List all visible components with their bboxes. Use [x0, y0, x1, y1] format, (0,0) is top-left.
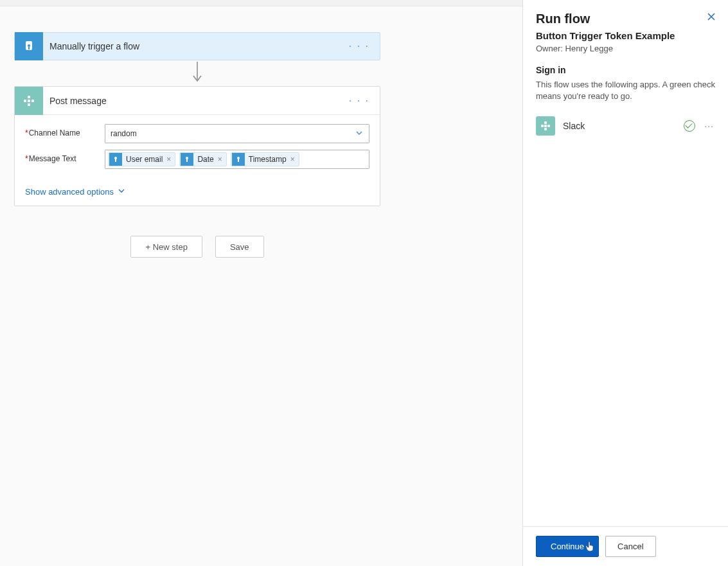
close-icon[interactable]	[705, 10, 718, 23]
cursor-hand-icon	[585, 542, 594, 552]
signin-heading: Sign in	[536, 65, 715, 75]
token-timestamp[interactable]: Timestamp ×	[231, 152, 299, 166]
connection-more-button[interactable]: ···	[703, 119, 715, 132]
trigger-card[interactable]: Manually trigger a flow · · ·	[14, 32, 380, 60]
slack-icon	[536, 116, 555, 136]
svg-rect-20	[544, 128, 547, 130]
trigger-more-button[interactable]: · · ·	[345, 38, 373, 55]
message-input[interactable]: User email × Date × Timestamp ×	[105, 150, 369, 169]
finger-tap-icon	[109, 153, 122, 166]
svg-rect-7	[28, 103, 30, 106]
panel-header: Run flow Button Trigger Token Example Ow…	[523, 0, 728, 58]
action-body: *Channel Name random *Message Text	[15, 115, 380, 181]
svg-point-1	[28, 44, 30, 47]
trigger-title: Manually trigger a flow	[43, 41, 139, 51]
svg-rect-14	[238, 159, 239, 162]
svg-rect-10	[115, 159, 116, 162]
finger-tap-icon	[232, 153, 245, 166]
channel-row: *Channel Name random	[25, 124, 369, 143]
connection-row-slack: Slack ···	[523, 109, 728, 143]
svg-rect-17	[544, 121, 547, 124]
action-header[interactable]: Post message · · ·	[15, 87, 380, 115]
token-user-email[interactable]: User email ×	[108, 152, 175, 166]
svg-rect-21	[544, 125, 547, 127]
token-remove-icon[interactable]: ×	[163, 155, 175, 164]
panel-flow-name: Button Trigger Token Example	[536, 30, 715, 41]
svg-rect-19	[547, 125, 550, 127]
channel-select[interactable]: random	[105, 124, 369, 143]
connection-name: Slack	[563, 121, 676, 131]
show-advanced-link[interactable]: Show advanced options	[15, 181, 380, 206]
svg-rect-2	[28, 47, 30, 49]
message-label: *Message Text	[25, 150, 105, 163]
token-remove-icon[interactable]: ×	[214, 155, 226, 164]
message-row: *Message Text User email × Date ×	[25, 150, 369, 169]
new-step-button[interactable]: + New step	[130, 236, 202, 258]
canvas-buttons: + New step Save	[14, 236, 380, 258]
chevron-down-icon	[355, 128, 364, 139]
chevron-down-icon	[118, 187, 125, 197]
continue-button[interactable]: Continue	[536, 536, 599, 557]
panel-footer: Continue Cancel	[523, 526, 728, 566]
channel-value: random	[111, 129, 137, 138]
slack-icon	[15, 87, 43, 115]
panel-title: Run flow	[536, 12, 715, 26]
connector-arrow	[14, 60, 380, 86]
svg-rect-5	[24, 100, 26, 102]
finger-tap-icon	[181, 153, 193, 166]
signin-section: Sign in This flow uses the following app…	[523, 58, 728, 109]
arrow-down-icon	[191, 62, 203, 85]
token-date[interactable]: Date ×	[179, 152, 226, 166]
cancel-button[interactable]: Cancel	[605, 536, 655, 557]
svg-rect-8	[28, 100, 30, 102]
svg-rect-18	[541, 125, 544, 127]
svg-rect-4	[28, 96, 30, 98]
save-button[interactable]: Save	[215, 236, 264, 258]
run-flow-panel: Run flow Button Trigger Token Example Ow…	[522, 0, 728, 566]
action-card: Post message · · · *Channel Name random …	[14, 86, 380, 206]
signin-description: This flow uses the following apps. A gre…	[536, 79, 715, 102]
action-more-button[interactable]: · · ·	[345, 93, 373, 109]
panel-owner: Owner: Henry Legge	[536, 44, 715, 53]
trigger-icon	[15, 32, 43, 60]
svg-rect-6	[31, 100, 34, 102]
svg-rect-12	[186, 159, 188, 162]
check-ok-icon	[684, 120, 695, 132]
token-remove-icon[interactable]: ×	[287, 155, 299, 164]
channel-label: *Channel Name	[25, 124, 105, 137]
action-title: Post message	[43, 96, 107, 106]
